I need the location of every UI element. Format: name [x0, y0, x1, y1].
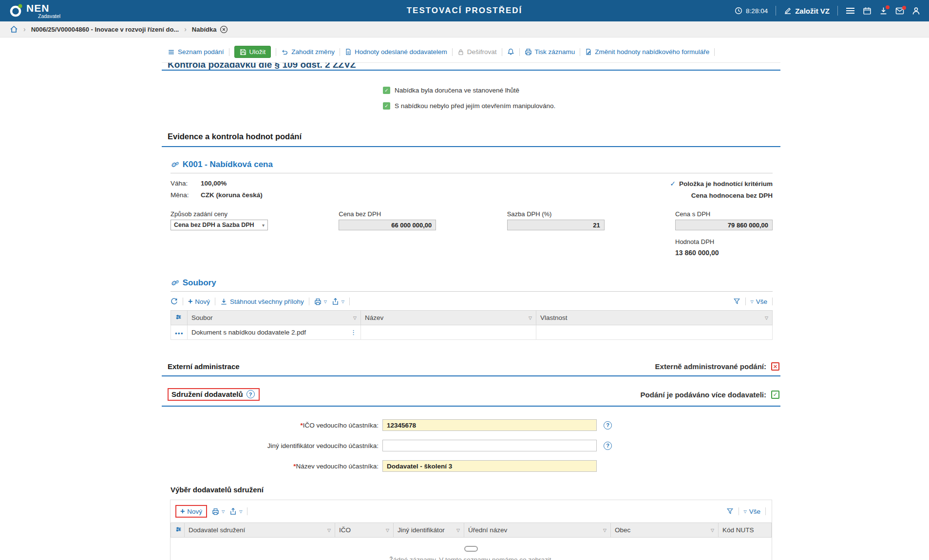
- annotation-highlight: Sdružení dodavatelů ?: [168, 388, 260, 401]
- divider: [776, 6, 776, 16]
- toolbar-tisk-zaznamu[interactable]: Tisk záznamu: [525, 48, 575, 56]
- toolbar-desifrovat: Dešifrovat: [457, 48, 497, 56]
- column-filter-icon[interactable]: ▽: [603, 528, 607, 533]
- row-menu-cell[interactable]: ●●●: [171, 325, 188, 340]
- messages-button[interactable]: [895, 7, 904, 15]
- save-icon: [240, 49, 246, 56]
- plus-icon: +: [188, 298, 192, 305]
- create-vz-button[interactable]: Založit VZ: [784, 7, 830, 15]
- save-button[interactable]: Uložit: [234, 46, 271, 58]
- help-icon[interactable]: ?: [604, 442, 612, 450]
- soubory-section: ⚙⚙ Soubory + Nový: [162, 278, 780, 340]
- vse-toggle[interactable]: ▽ Vše: [751, 298, 767, 305]
- check-icon: ✓: [670, 180, 676, 187]
- checkbox-checked-icon: ✓: [383, 102, 390, 110]
- menu-icon[interactable]: [846, 7, 855, 15]
- column-header-dodavatel[interactable]: Dodavatel sdružení▽: [185, 523, 335, 538]
- column-filter-icon[interactable]: ▽: [456, 528, 460, 533]
- file-property-cell[interactable]: [536, 325, 773, 340]
- refresh-button[interactable]: [171, 298, 178, 305]
- file-title-cell[interactable]: [361, 325, 536, 340]
- gears-icon: ⚙⚙: [171, 162, 179, 168]
- entry-mode-label: Způsob zadání ceny: [171, 210, 268, 218]
- column-header-ico[interactable]: IČO▽: [335, 523, 394, 538]
- divider: [340, 48, 340, 56]
- divider: [772, 298, 773, 305]
- new-file-button[interactable]: + Nový: [188, 298, 210, 305]
- file-name-cell[interactable]: Dokument s nabídkou dodavatele 2.pdf ⋮: [188, 325, 361, 340]
- criterion-flag: ✓ Položka je hodnotící kritérium: [670, 180, 773, 187]
- toolbar-seznam-podani[interactable]: Seznam podání: [168, 48, 224, 56]
- divider: [837, 6, 838, 16]
- column-header-jiny-identifikator[interactable]: Jiný identifikátor▽: [394, 523, 464, 538]
- column-header-kod-nuts[interactable]: Kód NUTS: [719, 523, 772, 538]
- user-icon[interactable]: [912, 7, 920, 15]
- help-icon[interactable]: ?: [604, 421, 612, 429]
- other-id-input[interactable]: [382, 440, 597, 451]
- table-row[interactable]: ●●● Dokument s nabídkou dodavatele 2.pdf…: [171, 325, 773, 340]
- divider: [580, 48, 580, 56]
- vat-rate-input[interactable]: [507, 220, 605, 230]
- calendar-icon[interactable]: [863, 7, 872, 15]
- sdruzeni-form: *IČO vedoucího účastníka: ? Jiný identif…: [162, 419, 780, 472]
- table-settings-cell[interactable]: [171, 311, 188, 325]
- breadcrumb-item-contract[interactable]: N006/25/V00004860 - Inovace v rozvoji ří…: [31, 26, 179, 33]
- divider: [502, 48, 502, 56]
- chevron-down-icon: ▽: [341, 299, 344, 304]
- app-header: NEN Zadavatel TESTOVACÍ PROSTŘEDÍ 8:28:0…: [0, 0, 929, 21]
- column-header-nazev[interactable]: Název▽: [361, 311, 536, 325]
- entry-mode-select[interactable]: Cena bez DPH a Sazba DPH ▾: [171, 220, 268, 230]
- column-filter-icon[interactable]: ▽: [529, 316, 532, 320]
- print-menu-button[interactable]: ▽: [212, 508, 225, 515]
- session-time-value: 8:28:04: [746, 7, 768, 15]
- close-tab-icon[interactable]: [220, 25, 228, 34]
- column-filter-icon[interactable]: ▽: [327, 528, 331, 533]
- toolbar-zahodit-zmeny[interactable]: Zahodit změny: [281, 48, 335, 56]
- sdruzeni-flag-label: Podání je podáváno více dodavateli:: [641, 391, 766, 399]
- table-settings-cell[interactable]: [171, 523, 185, 538]
- export-menu-button[interactable]: ▽: [332, 298, 344, 305]
- column-filter-icon[interactable]: ▽: [765, 316, 768, 320]
- name-input[interactable]: [382, 460, 597, 472]
- entry-mode-field: Způsob zadání ceny Cena bez DPH a Sazba …: [171, 210, 268, 230]
- divider: [183, 298, 183, 305]
- column-header-obec[interactable]: Obec▽: [611, 523, 719, 538]
- divider: [215, 298, 215, 305]
- download-all-button[interactable]: Stáhnout všechny přílohy: [220, 298, 304, 305]
- toolbar-zmenit-hodnoty[interactable]: Změnit hodnoty nabídkového formuláře: [585, 48, 709, 56]
- nen-logo[interactable]: NEN Zadavatel: [9, 3, 60, 19]
- weight-value: 100,00%: [201, 180, 227, 187]
- column-header-vlastnost[interactable]: Vlastnost▽: [536, 311, 773, 325]
- new-supplier-button[interactable]: + Nový: [180, 507, 202, 515]
- export-menu-button[interactable]: ▽: [229, 508, 242, 515]
- column-filter-icon[interactable]: ▽: [711, 528, 714, 533]
- vyber-toolbar: + Nový ▽ ▽: [175, 505, 766, 518]
- kebab-icon[interactable]: ⋮: [350, 329, 357, 336]
- gears-icon: ⚙⚙: [171, 280, 179, 286]
- filter-button[interactable]: [726, 508, 734, 515]
- chevron-down-icon: ▾: [262, 223, 265, 228]
- divider: [349, 298, 350, 305]
- breadcrumb-item-current[interactable]: Nabídka: [192, 25, 228, 34]
- ico-input[interactable]: [382, 419, 597, 431]
- column-filter-icon[interactable]: ▽: [386, 528, 389, 533]
- column-filter-icon[interactable]: ▽: [353, 316, 357, 320]
- checkbox-checked-icon[interactable]: ✓: [771, 391, 779, 399]
- annotation-highlight: + Nový: [175, 505, 207, 518]
- home-icon[interactable]: [10, 25, 18, 33]
- help-icon[interactable]: ?: [246, 390, 255, 398]
- checkbox-unchecked-icon[interactable]: ✕: [771, 362, 779, 371]
- name-row: *Název vedoucího účastníka:: [162, 460, 780, 472]
- vse-toggle[interactable]: ▽ Vše: [744, 508, 760, 515]
- column-header-uredni-nazev[interactable]: Úřední název▽: [464, 523, 611, 538]
- toolbar-notifications[interactable]: [507, 48, 514, 56]
- suppliers-table-header: Dodavatel sdružení▽ IČO▽ Jiný identifiká…: [171, 523, 772, 538]
- column-header-soubor[interactable]: Soubor▽: [188, 311, 361, 325]
- filter-button[interactable]: [733, 298, 740, 305]
- price-incl-input[interactable]: [675, 220, 773, 230]
- toolbar-hodnoty-dodavatele[interactable]: Hodnoty odeslané dodavatelem: [345, 48, 447, 56]
- downloads-button[interactable]: [879, 7, 888, 15]
- print-menu-button[interactable]: ▽: [314, 298, 327, 305]
- price-excl-input[interactable]: [339, 220, 436, 230]
- nen-logo-icon: [9, 4, 22, 18]
